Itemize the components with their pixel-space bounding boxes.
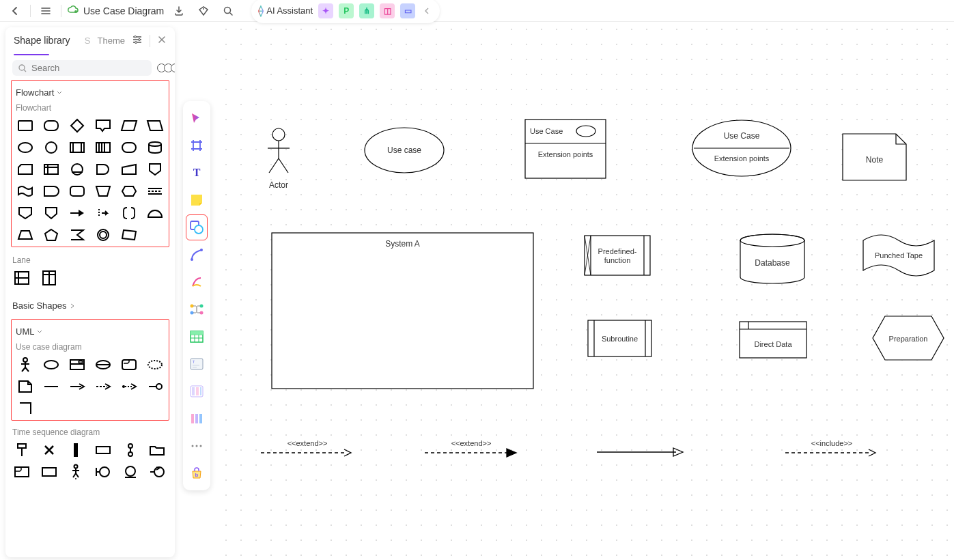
shape-parallelogram[interactable] <box>118 117 140 135</box>
shape-offpage[interactable] <box>144 160 166 178</box>
shape-stored[interactable] <box>92 139 114 156</box>
shape-semi[interactable] <box>144 204 166 222</box>
shape-tsd-folder[interactable] <box>146 441 168 459</box>
shape-cylinder[interactable] <box>144 139 166 156</box>
settings-icon[interactable] <box>132 34 143 47</box>
tool-bag[interactable]: b <box>186 460 208 486</box>
shape-manual-input[interactable] <box>118 160 140 178</box>
shape-uml-assoc-arrow[interactable] <box>66 378 88 395</box>
tool-more[interactable] <box>186 433 208 459</box>
shape-pentagon[interactable] <box>40 226 62 244</box>
shape-double-circle[interactable] <box>92 226 114 244</box>
tab-shortcut[interactable]: S <box>85 36 91 46</box>
section-uml-title[interactable]: UML <box>14 322 166 341</box>
tool-sticky[interactable] <box>186 187 208 213</box>
shape-tsd-entity[interactable] <box>120 463 141 481</box>
canvas-punched[interactable]: Punched Tape <box>862 232 936 281</box>
shape-alt-process[interactable] <box>66 182 88 200</box>
tool-connector[interactable] <box>186 242 208 268</box>
doc-title[interactable]: Use Case Diagram <box>83 5 164 16</box>
canvas-subroutine[interactable]: Subroutine <box>587 320 652 359</box>
tag-button[interactable] <box>194 1 213 20</box>
tool-frame[interactable] <box>186 132 208 158</box>
shape-terminator[interactable] <box>118 139 140 156</box>
tool-sections[interactable] <box>186 378 208 404</box>
shape-tsd-lifeline[interactable] <box>11 441 33 459</box>
tab-theme[interactable]: Theme <box>98 36 125 46</box>
shape-tsd-activation[interactable] <box>65 441 87 459</box>
shape-uml-note[interactable] <box>14 378 36 395</box>
ai-chip-p[interactable]: P <box>339 3 354 18</box>
search-box[interactable] <box>12 60 152 76</box>
shape-tsd-frame[interactable] <box>11 463 33 481</box>
shape-uml-depend2[interactable] <box>118 378 140 395</box>
shape-callout[interactable] <box>92 117 114 135</box>
shape-shield[interactable] <box>40 204 62 222</box>
shape-delay[interactable] <box>40 182 62 200</box>
tool-shape[interactable] <box>186 214 208 240</box>
canvas-assoc-arrow[interactable] <box>595 447 684 460</box>
canvas-database[interactable]: Database <box>739 234 806 286</box>
shape-bracket[interactable] <box>118 204 140 222</box>
shape-uml-ucell[interactable] <box>92 356 114 374</box>
close-panel-icon[interactable] <box>157 35 167 46</box>
shape-display-circ[interactable] <box>66 160 88 178</box>
shape-ellipse[interactable] <box>14 139 36 156</box>
shape-tsd-destroy[interactable] <box>38 441 60 459</box>
ai-chip-image[interactable]: ✦ <box>318 3 333 18</box>
tool-text[interactable]: T <box>186 160 208 186</box>
shape-card[interactable] <box>14 160 36 178</box>
shape-skew-rect[interactable] <box>118 226 140 244</box>
section-basic-title[interactable]: Basic Shapes <box>11 296 169 315</box>
shape-lane-v[interactable] <box>38 269 60 287</box>
shape-predef[interactable] <box>66 139 88 156</box>
shape-uml-corner[interactable] <box>14 400 36 417</box>
shape-tape[interactable] <box>14 182 36 200</box>
search-button[interactable] <box>219 1 238 20</box>
shape-arrow-right[interactable] <box>66 204 88 222</box>
shape-merge-lines[interactable] <box>92 204 114 222</box>
shape-uml-depend[interactable] <box>92 378 114 395</box>
canvas-directdata[interactable]: Direct Data <box>739 321 807 361</box>
shape-uml-interface[interactable] <box>144 378 166 395</box>
shape-hexagon[interactable] <box>118 182 140 200</box>
ai-chip-diagram[interactable]: ◫ <box>380 3 395 18</box>
shape-tsd-rect[interactable] <box>92 441 114 459</box>
shape-uml-actor[interactable] <box>14 356 36 374</box>
shape-rounded-rect[interactable] <box>40 117 62 135</box>
canvas-predef[interactable]: Predefined-function <box>584 235 651 278</box>
shape-tsd-found[interactable] <box>120 441 141 459</box>
shape-tsd-boundary[interactable] <box>92 463 114 481</box>
shape-rect[interactable] <box>14 117 36 135</box>
canvas-system-a[interactable]: System A <box>271 232 534 391</box>
tool-table[interactable] <box>186 324 208 350</box>
shape-uml-ucbox[interactable] <box>66 356 88 374</box>
ai-chip-share[interactable]: ⋔ <box>359 3 374 18</box>
canvas-extend2[interactable]: <<extend>> <box>423 439 519 460</box>
canvas-include[interactable]: <<include>> <box>784 439 880 460</box>
back-button[interactable] <box>5 1 25 20</box>
shape-quick-dropdown[interactable] <box>157 64 175 72</box>
shape-dshape[interactable] <box>92 160 114 178</box>
shape-diamond[interactable] <box>66 117 88 135</box>
canvas-actor[interactable]: Actor <box>265 128 292 190</box>
shape-uml-frame[interactable] <box>118 356 140 374</box>
ai-collapse-button[interactable] <box>421 1 433 20</box>
shape-tsd-actor[interactable] <box>65 463 87 481</box>
shape-internal[interactable] <box>40 160 62 178</box>
tool-code[interactable]: T <box>186 351 208 377</box>
shape-tsd-rect2[interactable] <box>38 463 60 481</box>
canvas-ucell[interactable]: Use Case Extension points <box>691 119 792 180</box>
shape-lane-h[interactable] <box>11 269 33 287</box>
section-flowchart-title[interactable]: Flowchart <box>14 83 166 102</box>
shape-lines[interactable] <box>144 182 166 200</box>
tool-pointer[interactable] <box>186 105 208 131</box>
shape-trapezoid[interactable] <box>14 226 36 244</box>
canvas-ucbox[interactable]: Use Case Extension points <box>524 119 606 181</box>
canvas-extend1[interactable]: <<extend>> <box>259 439 355 460</box>
canvas-note[interactable]: Note <box>842 133 907 183</box>
search-input[interactable] <box>31 63 146 73</box>
shape-tsd-control[interactable] <box>146 463 168 481</box>
shape-circle[interactable] <box>40 139 62 156</box>
download-button[interactable] <box>169 1 188 20</box>
